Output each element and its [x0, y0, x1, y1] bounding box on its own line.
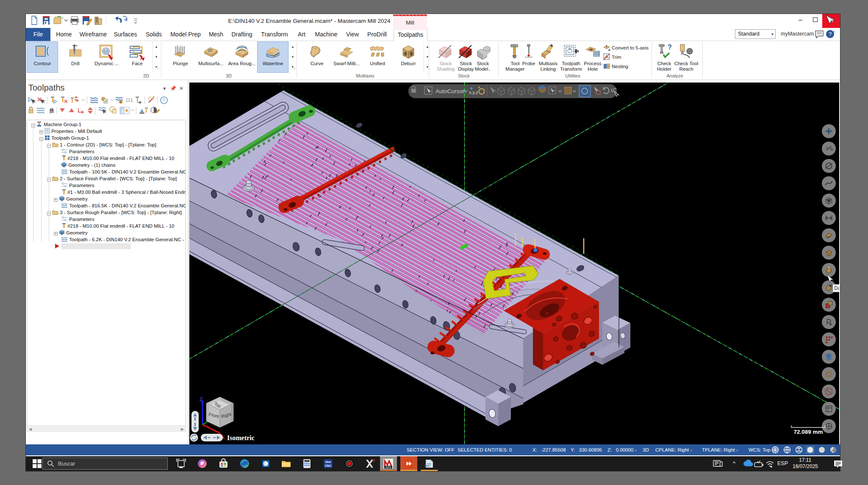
svg-text:x,y,z: x,y,z	[469, 90, 478, 95]
svg-text:Z: Z	[200, 397, 202, 402]
svg-text:AutoCursor: AutoCursor	[435, 88, 465, 94]
svg-text:?: ?	[829, 31, 832, 37]
svg-text:?: ?	[162, 98, 165, 103]
svg-text:2024: 2024	[385, 466, 391, 468]
svg-text:CNC: CNC	[325, 464, 332, 468]
svg-text:72.089 mm: 72.089 mm	[793, 429, 823, 435]
svg-text:5: 5	[373, 458, 375, 463]
svg-text:Isometric: Isometric	[227, 434, 255, 441]
svg-text:Da: Da	[834, 285, 840, 291]
svg-text:?: ?	[668, 44, 672, 51]
svg-text:G1: G1	[126, 97, 133, 103]
